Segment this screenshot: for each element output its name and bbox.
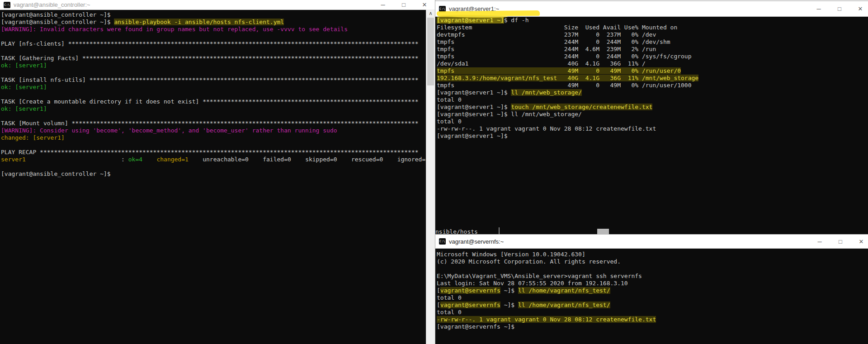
terminal-text-segment: [WARNING]: Invalid characters were found… (1, 26, 348, 33)
background-window-sliver: nsible/hosts (435, 227, 868, 234)
terminal-output-controller[interactable]: [vagrant@ansible_controller ~]$[vagrant@… (1, 11, 425, 344)
terminal-line: [vagrant@server1 ~]$ ll /mnt/web_storage… (437, 111, 867, 118)
minimize-button[interactable]: ─ (373, 0, 393, 9)
terminal-text-segment: devtmpfs 237M 0 237M 0% /dev (437, 31, 656, 38)
terminal-line: E:\MyData\Vagrant_VMS\Ansible_server>vag… (437, 273, 867, 280)
terminal-line: [vagrant@ansible_controller ~]$ (1, 170, 425, 178)
terminal-text-segment: Filesystem Size Used Avail Use% Mounted … (437, 24, 677, 31)
terminal-text-segment: TASK [Gathering Facts] (1, 55, 82, 61)
scrollbar[interactable]: ∧ (426, 9, 435, 344)
terminal-line (1, 163, 425, 170)
minimize-button[interactable]: ─ (809, 235, 830, 248)
terminal-text-segment: [vagrant@server1 ~]$ (437, 89, 511, 96)
terminal-line: tmpfs 244M 4.6M 239M 2% /run (437, 46, 867, 53)
titlebar-ansible-controller[interactable]: C:\ vagrant@ansible_controller:~ ─ □ ✕ (0, 0, 435, 10)
terminal-text-segment: total 0 (437, 118, 462, 125)
terminal-text-segment: ****************************************… (40, 149, 418, 156)
terminal-line: total 0 (437, 294, 867, 302)
terminal-text-segment: : (26, 156, 128, 163)
scrollbar-fragment (597, 229, 609, 234)
terminal-line: PLAY RECAP *****************************… (1, 149, 425, 156)
terminal-line (437, 265, 867, 273)
terminal-text-segment: ll /mnt/web_storage/ (511, 89, 582, 96)
terminal-line: Filesystem Size Used Avail Use% Mounted … (437, 24, 867, 31)
terminal-text-segment: /dev/sda1 40G 4.1G 36G 11% / (437, 60, 646, 67)
titlebar-servernfs[interactable]: C:\ vagrant@servernfs:~ ─ □ ✕ (435, 235, 868, 249)
terminal-text-segment: total 0 (437, 294, 462, 301)
terminal-line (1, 47, 425, 55)
cmd-icon: C:\ (4, 2, 10, 8)
terminal-text-segment: [vagrant@ansible_controller ~]$ (1, 11, 111, 18)
window-controls: ─ □ ✕ (373, 0, 435, 9)
terminal-text-segment: 192.168.3.9:/home/vagrant/nfs_test 40G 4… (437, 75, 698, 81)
scroll-up-arrow-icon[interactable]: ∧ (426, 9, 435, 17)
terminal-line: total 0 (437, 309, 867, 316)
terminal-line: PLAY [nfs-clients] *********************… (1, 40, 425, 47)
terminal-line: 192.168.3.9:/home/vagrant/nfs_test 40G 4… (437, 75, 867, 82)
scrollbar-thumb[interactable] (427, 18, 434, 85)
terminal-text-segment: total 0 (437, 309, 462, 316)
maximize-button[interactable]: □ (829, 1, 850, 16)
terminal-text-segment: ansible-playbook -i ansible/hosts nfs-cl… (114, 19, 284, 25)
terminal-text-segment: PLAY RECAP (1, 149, 40, 156)
maximize-button[interactable]: □ (393, 0, 414, 9)
terminal-line: [vagrant@ansible_controller ~]$ (1, 11, 425, 19)
window-controls: ─ □ ✕ (809, 235, 868, 248)
terminal-line: ok: [server1] (1, 105, 425, 113)
terminal-text-segment: [vagrant@server1 ~]$ (437, 132, 508, 139)
terminal-text-segment: E:\MyData\Vagrant_VMS\Ansible_server>vag… (437, 273, 642, 279)
terminal-line: [vagrant@ansible_controller ~]$ ansible-… (1, 19, 425, 26)
terminal-text-segment: unreachable=0 failed=0 skipped=0 rescued… (189, 156, 425, 163)
terminal-line: (c) 2020 Microsoft Corporation. All righ… (437, 258, 867, 265)
terminal-text-segment: ****************************************… (90, 76, 419, 83)
terminal-text-segment: -rw-rw-r--. 1 vagrant vagrant 0 Nov 28 0… (437, 125, 656, 132)
window-controls: ─ □ ✕ (808, 1, 868, 16)
terminal-text-segment: vagrant@servernfs (440, 287, 500, 294)
terminal-line: -rw-rw-r--. 1 vagrant vagrant 0 Nov 28 0… (437, 125, 867, 132)
terminal-line: devtmpfs 237M 0 237M 0% /dev (437, 31, 867, 38)
terminal-text-segment: ok: [server1] (1, 84, 47, 90)
terminal-line: total 0 (437, 96, 867, 104)
close-button[interactable]: ✕ (414, 0, 435, 9)
terminal-line: ok: [server1] (1, 84, 425, 91)
terminal-text-segment: ****************************************… (82, 55, 419, 61)
terminal-line: [vagrant@servernfs ~]$ ll /home/vagrant/… (437, 302, 867, 309)
terminal-text-segment: ~]$ (500, 302, 518, 308)
terminal-line (1, 91, 425, 98)
terminal-line (1, 141, 425, 149)
terminal-line: TASK [Gathering Facts] *****************… (1, 55, 425, 62)
terminal-line: server1 : ok=4 changed=1 unreachable=0 f… (1, 156, 425, 163)
window-title: vagrant@servernfs:~ (449, 238, 504, 245)
partial-text: nsible/hosts (435, 228, 868, 234)
terminal-output-servernfs[interactable]: Microsoft Windows [Version 10.0.19042.63… (437, 251, 867, 344)
terminal-text-segment: changed: [server1] (1, 134, 65, 141)
close-button[interactable]: ✕ (851, 235, 868, 248)
terminal-text-segment: ****************************************… (72, 120, 419, 127)
terminal-text-segment (142, 156, 156, 163)
terminal-line: [vagrant@servernfs ~]$ (437, 323, 867, 330)
terminal-text-segment: Last login: Sat Nov 28 07:55:55 2020 fro… (437, 280, 628, 287)
terminal-line: -rw-rw-r--. 1 vagrant vagrant 0 Nov 28 0… (437, 316, 867, 323)
terminal-line: [WARNING]: Consider using 'become', 'bec… (1, 127, 425, 134)
terminal-line: [vagrant@server1 ~]$ ll /mnt/web_storage… (437, 89, 867, 96)
terminal-line: tmpfs 49M 0 49M 0% /run/user/0 (437, 67, 867, 75)
terminal-text-segment: ok=4 (128, 156, 142, 163)
terminal-line: tmpfs 244M 0 244M 0% /dev/shm (437, 38, 867, 46)
terminal-text-segment: ok: [server1] (1, 105, 47, 112)
terminal-line: Microsoft Windows [Version 10.0.19042.63… (437, 251, 867, 258)
terminal-line: total 0 (437, 118, 867, 125)
terminal-text-segment: touch /mnt/web_storage/createnewfile.txt (511, 104, 652, 110)
terminal-line: [vagrant@server1 ~]$ (437, 132, 867, 140)
terminal-text-segment: changed=1 (156, 156, 188, 163)
maximize-button[interactable]: □ (830, 235, 851, 248)
terminal-text-segment: server1 (1, 156, 26, 163)
terminal-text-segment: [WARNING]: Consider using 'become', 'bec… (1, 127, 337, 134)
window-title: vagrant@ansible_controller:~ (14, 1, 90, 8)
terminal-output-server1[interactable]: [vagrant@server1 ~]$ df -hFilesystem Siz… (437, 17, 867, 227)
cmd-icon: C:\ (439, 238, 446, 245)
divider (499, 227, 500, 234)
terminal-line: tmpfs 244M 0 244M 0% /sys/fs/cgroup (437, 53, 867, 60)
window-ansible-controller: C:\ vagrant@ansible_controller:~ ─ □ ✕ [… (0, 0, 435, 344)
close-button[interactable]: ✕ (850, 1, 868, 16)
minimize-button[interactable]: ─ (808, 1, 829, 16)
